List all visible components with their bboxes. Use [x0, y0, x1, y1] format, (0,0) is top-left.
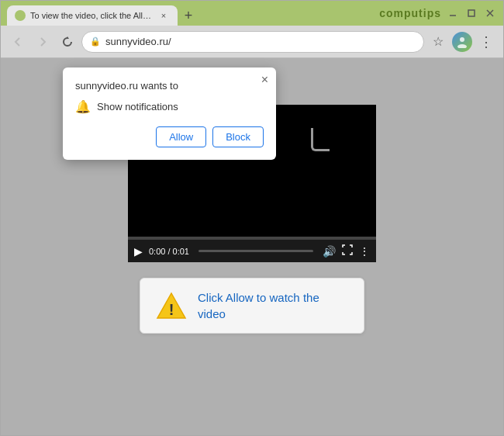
brand-label: computips	[379, 7, 441, 19]
new-tab-button[interactable]: +	[178, 5, 199, 26]
star-icon: ☆	[433, 34, 444, 49]
browser-window: To view the video, click the Allow... × …	[0, 0, 504, 436]
play-button[interactable]: ▶	[134, 245, 143, 258]
popup-title: sunnyvideo.ru wants to	[75, 80, 264, 92]
allow-button[interactable]: Allow	[156, 126, 206, 147]
click-allow-banner: ! Click Allow to watch the video	[140, 278, 364, 334]
video-controls: ▶ 0:00 / 0:01 🔊 ⋮	[128, 240, 376, 262]
tab-title: To view the video, click the Allow...	[30, 11, 153, 20]
fullscreen-button[interactable]	[342, 244, 353, 258]
svg-point-5	[457, 44, 467, 48]
svg-point-4	[460, 37, 464, 42]
toolbar: 🔒 sunnyvideo.ru/ ☆ ⋮	[1, 26, 503, 58]
video-time: 0:00 / 0:01	[149, 247, 189, 256]
lock-icon: 🔒	[90, 36, 101, 47]
volume-button[interactable]: 🔊	[323, 245, 336, 258]
minimize-button[interactable]	[444, 5, 461, 22]
reload-button[interactable]	[57, 31, 78, 53]
profile-button[interactable]	[452, 32, 472, 52]
video-progress-bar[interactable]	[198, 250, 313, 252]
tab-close-button[interactable]: ×	[157, 9, 170, 22]
block-button[interactable]: Block	[212, 126, 264, 147]
bookmark-star-button[interactable]: ☆	[427, 31, 449, 53]
url-text: sunnyvideo.ru/	[105, 36, 416, 47]
banner-text: Click Allow to watch the video	[198, 289, 348, 322]
cursor-indicator	[311, 128, 330, 151]
forward-button[interactable]	[32, 31, 54, 53]
close-window-button[interactable]	[482, 5, 499, 22]
notification-popup: × sunnyvideo.ru wants to 🔔 Show notifica…	[63, 67, 276, 160]
more-options-button[interactable]: ⋮	[359, 245, 370, 258]
menu-icon: ⋮	[479, 33, 493, 50]
browser-tab[interactable]: To view the video, click the Allow... ×	[7, 5, 178, 26]
tab-favicon-icon	[15, 10, 26, 21]
title-bar: To view the video, click the Allow... × …	[1, 1, 503, 26]
show-notifications-text: Show notifications	[97, 101, 178, 112]
popup-close-button[interactable]: ×	[261, 74, 268, 86]
popup-buttons: Allow Block	[75, 126, 264, 147]
toolbar-right: ☆ ⋮	[427, 31, 497, 53]
bell-icon: 🔔	[75, 99, 91, 114]
back-button[interactable]	[7, 31, 29, 53]
menu-button[interactable]: ⋮	[475, 31, 497, 53]
popup-notification-row: 🔔 Show notifications	[75, 99, 264, 114]
address-bar[interactable]: 🔒 sunnyvideo.ru/	[81, 31, 424, 53]
maximize-button[interactable]	[463, 5, 480, 22]
page-content: × sunnyvideo.ru wants to 🔔 Show notifica…	[1, 58, 503, 435]
warning-icon: !	[156, 290, 187, 321]
svg-text:!: !	[169, 301, 174, 318]
svg-rect-1	[468, 10, 475, 16]
window-controls	[444, 5, 499, 22]
